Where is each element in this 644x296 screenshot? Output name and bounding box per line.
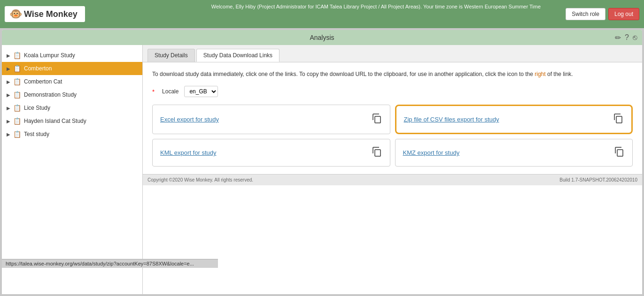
sidebar-item-label: Demonstration Study <box>24 91 77 98</box>
sidebar-item-test[interactable]: ▶ 📋 Test study <box>2 128 142 141</box>
sidebar-item-demonstration[interactable]: ▶ 📋 Demonstration Study <box>2 88 142 101</box>
welcome-text: Welcome, Elly Hiby (Project Administrato… <box>211 4 541 9</box>
zip-csv-export-link[interactable]: Zip file of CSV files export for study <box>404 116 499 123</box>
sidebar: ▶ 📋 Koala Lumpur Study ▶ 📋 Comberton ▶ 📋… <box>2 45 143 294</box>
content-area: ▶ 📋 Koala Lumpur Study ▶ 📋 Comberton ▶ 📋… <box>2 45 642 294</box>
main-container: Analysis ✏ ? ⎋ ▶ 📋 Koala Lumpur Study ▶ … <box>2 30 642 294</box>
description-text: To download study data immediately, clic… <box>152 70 633 78</box>
sidebar-item-label: Test study <box>24 131 49 137</box>
logo-area: 🐵 Wise Monkey <box>5 6 85 22</box>
main-panel: Study Details Study Data Download Links … <box>143 45 642 294</box>
export-card-kml[interactable]: KML export for study <box>152 139 390 167</box>
export-card-kmz[interactable]: KMZ export for study <box>395 139 633 167</box>
expand-arrow: ▶ <box>7 53 10 58</box>
sidebar-item-lice[interactable]: ▶ 📋 Lice Study <box>2 101 142 114</box>
expand-arrow: ▶ <box>7 79 10 84</box>
export-card-zip-csv[interactable]: Zip file of CSV files export for study <box>395 105 633 134</box>
required-star: * <box>152 88 155 95</box>
switch-role-button[interactable]: Switch role <box>566 8 605 20</box>
sidebar-item-hayden[interactable]: ▶ 📋 Hayden Island Cat Study <box>2 114 142 128</box>
sidebar-item-label: Koala Lumpur Study <box>24 52 75 59</box>
study-icon: 📋 <box>13 52 21 59</box>
sidebar-item-label: Lice Study <box>24 105 50 111</box>
locale-select[interactable]: en_GB <box>184 86 218 97</box>
svg-rect-0 <box>375 116 380 123</box>
top-actions: Switch role Log out <box>566 8 639 20</box>
footer: Copyright ©2020 Wise Monkey. All rights … <box>143 174 642 185</box>
export-icon[interactable]: ⎋ <box>633 33 637 42</box>
copy-icon-excel[interactable] <box>371 113 382 126</box>
sidebar-item-comberton-cat[interactable]: ▶ 📋 Comberton Cat <box>2 75 142 88</box>
export-grid: Excel export for study Zip file of CSV f… <box>152 105 633 167</box>
copyright: Copyright ©2020 Wise Monkey. All rights … <box>147 177 253 182</box>
copy-icon-zip-csv[interactable] <box>613 113 624 126</box>
header-icons: ✏ ? ⎋ <box>615 33 637 42</box>
sidebar-item-comberton[interactable]: ▶ 📋 Comberton <box>2 62 142 75</box>
locale-label: Locale <box>162 88 178 95</box>
build-info: Build 1.7-SNAPSHOT.200624202010 <box>559 177 637 182</box>
analysis-title: Analysis <box>310 34 334 41</box>
svg-rect-1 <box>616 116 622 123</box>
study-icon: 📋 <box>13 117 21 125</box>
study-icon: 📋 <box>13 104 21 112</box>
copy-icon-kml[interactable] <box>371 146 382 159</box>
expand-arrow: ▶ <box>7 132 10 137</box>
monkey-icon: 🐵 <box>9 8 22 20</box>
sidebar-item-label: Hayden Island Cat Study <box>24 118 86 124</box>
tab-study-details[interactable]: Study Details <box>147 49 195 62</box>
expand-arrow: ▶ <box>7 92 10 98</box>
svg-rect-3 <box>617 150 623 156</box>
study-icon: 📋 <box>13 78 21 85</box>
copy-icon-kmz[interactable] <box>613 146 625 159</box>
study-icon: 📋 <box>13 130 21 138</box>
app-title: Wise Monkey <box>24 9 78 19</box>
sidebar-item-label: Comberton Cat <box>24 78 62 85</box>
expand-arrow: ▶ <box>7 66 10 71</box>
logout-button[interactable]: Log out <box>608 8 639 20</box>
kmz-export-link[interactable]: KMZ export for study <box>403 149 460 156</box>
edit-icon[interactable]: ✏ <box>615 33 621 42</box>
kml-export-link[interactable]: KML export for study <box>160 149 216 156</box>
svg-rect-2 <box>375 150 380 156</box>
top-bar: 🐵 Wise Monkey Welcome, Elly Hiby (Projec… <box>0 0 644 28</box>
panel-content: To download study data immediately, clic… <box>143 62 642 174</box>
url-bar: https://talea.wise-monkey.org/ws/data/st… <box>2 259 218 268</box>
tabs: Study Details Study Data Download Links <box>143 45 642 62</box>
expand-arrow: ▶ <box>7 119 10 124</box>
excel-export-link[interactable]: Excel export for study <box>160 116 219 123</box>
help-icon[interactable]: ? <box>625 33 629 42</box>
expand-arrow: ▶ <box>7 106 10 111</box>
analysis-header: Analysis ✏ ? ⎋ <box>2 30 642 45</box>
study-icon: 📋 <box>13 65 21 72</box>
sidebar-item-koala[interactable]: ▶ 📋 Koala Lumpur Study <box>2 49 142 62</box>
study-icon: 📋 <box>13 91 21 99</box>
tab-study-data-download[interactable]: Study Data Download Links <box>196 49 279 62</box>
sidebar-item-label: Comberton <box>24 65 52 72</box>
export-card-excel[interactable]: Excel export for study <box>152 105 390 134</box>
locale-row: * Locale en_GB <box>152 86 633 97</box>
